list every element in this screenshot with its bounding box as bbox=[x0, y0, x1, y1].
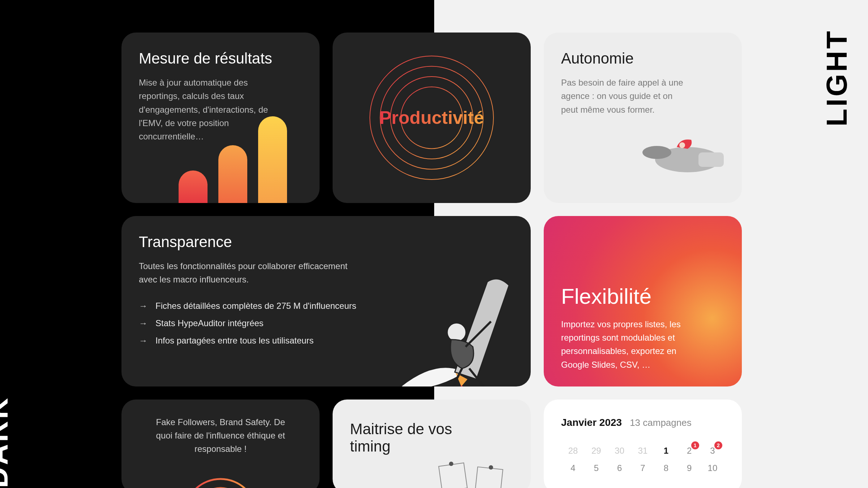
calendar-cell[interactable]: 28 bbox=[563, 446, 583, 456]
calendar-cell[interactable]: 4 bbox=[563, 463, 583, 473]
calendar-badge: 2 bbox=[714, 441, 722, 449]
pencil-person-icon bbox=[393, 256, 531, 386]
arrow-icon: → bbox=[139, 301, 149, 311]
card-fake-followers: Fake Followers, Brand Safety. De quoi fa… bbox=[121, 400, 320, 488]
svg-rect-6 bbox=[698, 152, 724, 167]
card-productivite-title: Productivité bbox=[380, 107, 484, 128]
bar-2 bbox=[218, 145, 247, 203]
calendar-day: 2 bbox=[687, 446, 692, 455]
gauge-arc-icon bbox=[174, 461, 268, 488]
calendar-cell[interactable]: 6 bbox=[609, 463, 630, 473]
bullet-text: Stats HypeAuditor intégrées bbox=[155, 318, 264, 328]
bar-1 bbox=[179, 170, 208, 203]
calendar-cell[interactable]: 7 bbox=[632, 463, 653, 473]
calendar-cell[interactable]: 10 bbox=[702, 463, 723, 473]
card-flexibilite-desc: Importez vos propres listes, les reporti… bbox=[561, 318, 691, 371]
card-mesure-title: Mesure de résultats bbox=[139, 50, 302, 67]
arrow-icon: → bbox=[139, 318, 149, 328]
pinned-notes-icon bbox=[437, 450, 509, 488]
bar-chart-icon bbox=[179, 116, 287, 203]
calendar-row-1: 28 29 30 31 1 21 32 bbox=[561, 446, 724, 456]
calendar-cell[interactable]: 21 bbox=[679, 446, 700, 456]
svg-point-8 bbox=[447, 323, 466, 342]
calendar-cell[interactable]: 29 bbox=[586, 446, 607, 456]
card-transparence: Transparence Toutes les fonctionnalités … bbox=[121, 216, 531, 386]
bullet-text: Infos partagées entre tous les utilisate… bbox=[155, 336, 314, 346]
svg-point-5 bbox=[642, 146, 671, 159]
arrow-icon: → bbox=[139, 336, 149, 346]
dark-label: DARK bbox=[0, 396, 14, 488]
svg-point-10 bbox=[449, 462, 453, 466]
card-transparence-title: Transparence bbox=[139, 233, 513, 251]
calendar-cell[interactable]: 9 bbox=[679, 463, 700, 473]
calendar-cell[interactable]: 1 bbox=[655, 446, 676, 456]
calendar-day: 3 bbox=[710, 446, 715, 455]
calendar-month: Janvier 2023 bbox=[561, 417, 622, 428]
cards-grid: Mesure de résultats Mise à jour automati… bbox=[121, 33, 747, 488]
calendar-header: Janvier 2023 13 campagnes bbox=[561, 417, 724, 428]
calendar-cell[interactable]: 32 bbox=[702, 446, 723, 456]
calendar-cell[interactable]: 5 bbox=[586, 463, 607, 473]
card-autonomie: Autonomie Pas besoin de faire appel à un… bbox=[544, 33, 742, 203]
card-calendar: Janvier 2023 13 campagnes 28 29 30 31 1 … bbox=[544, 400, 742, 488]
card-autonomie-title: Autonomie bbox=[561, 50, 724, 67]
svg-point-7 bbox=[679, 142, 685, 148]
bullet-text: Fiches détaillées complètes de 275 M d'i… bbox=[155, 301, 356, 311]
plane-icon bbox=[623, 116, 731, 189]
svg-point-12 bbox=[489, 465, 493, 470]
light-label: LIGHT bbox=[820, 29, 854, 126]
calendar-campaigns: 13 campagnes bbox=[630, 417, 692, 428]
calendar-cell[interactable]: 30 bbox=[609, 446, 630, 456]
calendar-row-2: 4 5 6 7 8 9 10 bbox=[561, 463, 724, 473]
card-flexibilite: Flexibilité Importez vos propres listes,… bbox=[544, 216, 742, 386]
card-flexibilite-title: Flexibilité bbox=[561, 284, 724, 309]
calendar-cell[interactable]: 8 bbox=[655, 463, 676, 473]
card-mesure: Mesure de résultats Mise à jour automati… bbox=[121, 33, 320, 203]
calendar-cell[interactable]: 31 bbox=[632, 446, 653, 456]
card-transparence-desc: Toutes les fonctionnalités pour collabor… bbox=[139, 259, 363, 286]
card-productivite: Productivité bbox=[333, 33, 531, 203]
svg-rect-11 bbox=[475, 467, 503, 488]
card-autonomie-desc: Pas besoin de faire appel à une agence :… bbox=[561, 76, 691, 116]
bar-3 bbox=[258, 116, 287, 203]
calendar-badge: 1 bbox=[691, 441, 699, 449]
card-timing: Maitrise de vos timing bbox=[333, 400, 531, 488]
svg-rect-9 bbox=[439, 463, 467, 488]
card-fake-desc: Fake Followers, Brand Safety. De quoi fa… bbox=[152, 415, 289, 456]
